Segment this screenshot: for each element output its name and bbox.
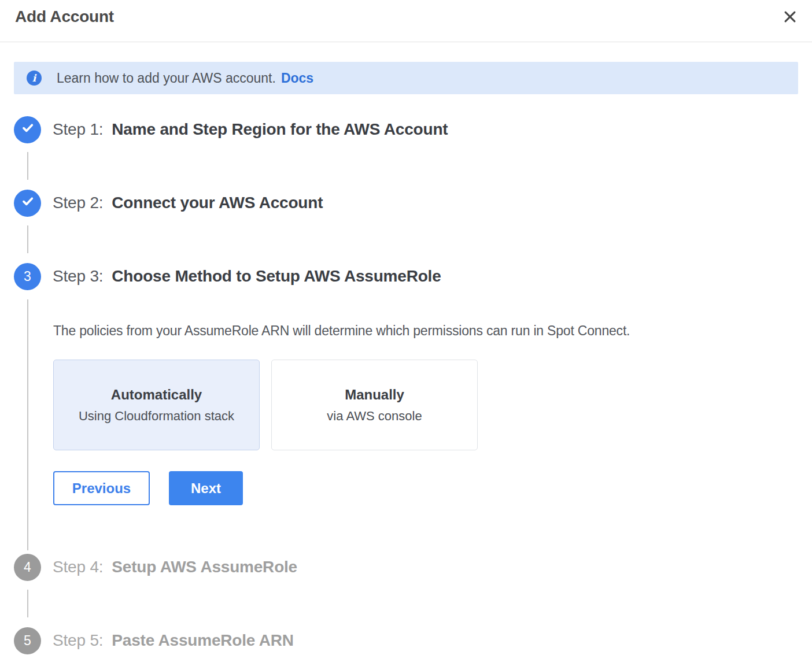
step-2-title: Connect your AWS Account	[112, 194, 323, 212]
step-4-circle: 4	[14, 554, 41, 581]
info-icon: i	[27, 71, 42, 86]
step-3-content: The policies from your AssumeRole ARN wi…	[27, 299, 798, 550]
step-5-row: 5 Step 5: Paste AssumeRole ARN	[14, 627, 798, 654]
step-3-circle: 3	[14, 263, 41, 290]
step-5-label: Step 5:	[53, 631, 103, 650]
step-2-row: Step 2: Connect your AWS Account	[14, 189, 798, 217]
close-button[interactable]	[781, 8, 799, 26]
step-2-label: Step 2:	[53, 194, 103, 212]
step-connector	[27, 152, 28, 180]
step-connector	[27, 225, 28, 253]
method-card-title: Automatically	[111, 387, 202, 403]
check-icon	[20, 120, 35, 139]
step-5-title: Paste AssumeRole ARN	[112, 631, 293, 650]
step-3-title: Choose Method to Setup AWS AssumeRole	[112, 267, 441, 286]
step-4-label: Step 4:	[53, 558, 103, 576]
method-cards: Automatically Using Cloudformation stack…	[53, 360, 798, 450]
method-card-subtitle: Using Cloudformation stack	[79, 409, 234, 424]
step-3-description: The policies from your AssumeRole ARN wi…	[53, 323, 798, 339]
method-card-title: Manually	[345, 387, 404, 403]
close-icon	[782, 18, 798, 27]
method-card-manually[interactable]: Manually via AWS console	[271, 360, 478, 450]
docs-link[interactable]: Docs	[281, 71, 313, 86]
step-2-circle	[14, 190, 41, 217]
step-3-row: 3 Step 3: Choose Method to Setup AWS Ass…	[14, 262, 798, 290]
banner-text: Learn how to add your AWS account.	[57, 71, 276, 86]
step-1-title: Name and Step Region for the AWS Account	[112, 120, 448, 139]
step-5-circle: 5	[14, 627, 41, 654]
step-1-circle	[14, 116, 41, 143]
method-card-automatically[interactable]: Automatically Using Cloudformation stack	[53, 360, 260, 450]
wizard-buttons: Previous Next	[53, 471, 798, 505]
check-icon	[20, 194, 35, 212]
step-5-number: 5	[24, 633, 31, 649]
info-banner: i Learn how to add your AWS account. Doc…	[14, 62, 798, 94]
wizard-steps: Step 1: Name and Step Region for the AWS…	[0, 94, 812, 668]
step-4-title: Setup AWS AssumeRole	[112, 558, 297, 576]
modal-header: Add Account	[0, 0, 812, 42]
page-title: Add Account	[15, 8, 114, 26]
step-1-row: Step 1: Name and Step Region for the AWS…	[14, 116, 798, 143]
step-1-label: Step 1:	[53, 120, 103, 139]
step-4-row: 4 Step 4: Setup AWS AssumeRole	[14, 553, 798, 581]
step-3-label: Step 3:	[53, 267, 103, 286]
step-connector	[27, 590, 28, 617]
method-card-subtitle: via AWS console	[327, 409, 422, 424]
next-button[interactable]: Next	[169, 471, 243, 505]
step-3-number: 3	[24, 269, 31, 284]
previous-button[interactable]: Previous	[53, 471, 150, 505]
step-4-number: 4	[24, 560, 31, 575]
